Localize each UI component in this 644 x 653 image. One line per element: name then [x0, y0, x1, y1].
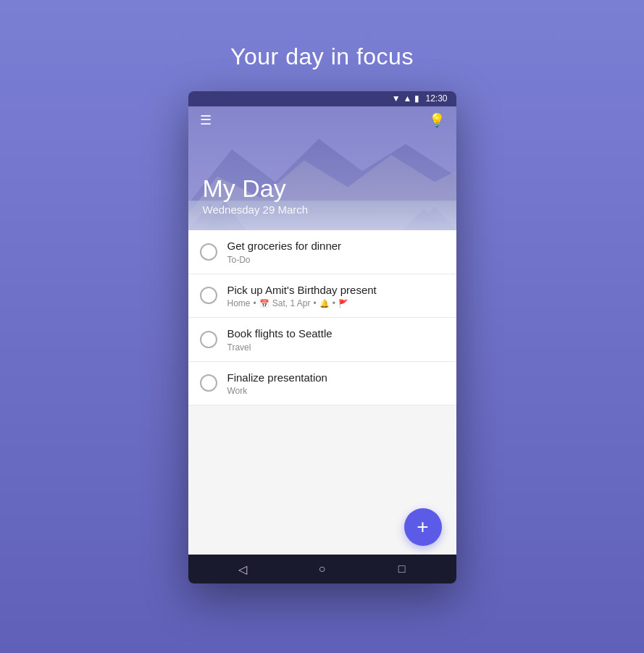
task-content: Book flights to Seattle Travel: [227, 326, 445, 353]
task-title: Pick up Amit's Birthday present: [227, 283, 445, 298]
task-checkbox[interactable]: [200, 243, 217, 261]
dot-separator: •: [254, 298, 256, 308]
task-content: Get groceries for dinner To-Do: [227, 239, 445, 265]
task-category: Travel: [227, 342, 251, 353]
back-button[interactable]: ◁: [228, 555, 257, 584]
wifi-icon: ▼: [392, 93, 401, 104]
status-bar: ▼ ▲ ▮ 12:30: [188, 91, 456, 106]
header-title-area: My Day Wednesday 29 March: [203, 175, 309, 216]
phone-mockup: ▼ ▲ ▮ 12:30: [188, 91, 456, 584]
my-day-title: My Day: [203, 175, 309, 202]
empty-space: [188, 405, 456, 500]
task-date: Sat, 1 Apr: [272, 298, 311, 308]
content-area: Get groceries for dinner To-Do Pick up A…: [188, 230, 456, 555]
fab-row: +: [188, 500, 456, 555]
recents-button[interactable]: □: [388, 555, 417, 584]
lightbulb-icon[interactable]: 💡: [429, 112, 445, 128]
home-button[interactable]: ○: [308, 555, 337, 584]
dot-separator: •: [313, 298, 316, 308]
header-toolbar: ☰ 💡: [188, 106, 456, 134]
task-meta: To-Do: [227, 255, 445, 265]
task-title: Get groceries for dinner: [227, 239, 445, 253]
task-title: Book flights to Seattle: [227, 326, 445, 341]
task-checkbox[interactable]: [200, 331, 217, 348]
task-meta: Home • 📅 Sat, 1 Apr • 🔔 • 🚩: [227, 298, 445, 308]
dot-separator: •: [333, 298, 335, 308]
calendar-icon: 📅: [259, 299, 269, 308]
navigation-bar: ◁ ○ □: [188, 555, 456, 584]
status-icons: ▼ ▲ ▮ 12:30: [392, 93, 448, 104]
task-item[interactable]: Finalize presentation Work: [188, 362, 456, 406]
header-area: ☰ 💡 My Day Wednesday 29 March: [188, 106, 456, 230]
task-category: Home: [227, 298, 251, 308]
add-task-button[interactable]: +: [404, 508, 442, 546]
task-category: Work: [227, 386, 248, 396]
date-subtitle: Wednesday 29 March: [203, 203, 309, 216]
time-display: 12:30: [425, 93, 447, 104]
task-meta: Work: [227, 386, 445, 396]
task-item[interactable]: Pick up Amit's Birthday present Home • 📅…: [188, 274, 456, 319]
task-item[interactable]: Book flights to Seattle Travel: [188, 318, 456, 362]
task-checkbox[interactable]: [200, 287, 217, 304]
task-meta: Travel: [227, 342, 445, 353]
battery-icon: ▮: [414, 93, 419, 104]
task-checkbox[interactable]: [200, 374, 217, 392]
task-content: Pick up Amit's Birthday present Home • 📅…: [227, 283, 445, 309]
signal-icon: ▲: [403, 93, 412, 104]
task-content: Finalize presentation Work: [227, 371, 445, 397]
hamburger-icon[interactable]: ☰: [200, 112, 212, 128]
task-title: Finalize presentation: [227, 371, 445, 385]
task-category: To-Do: [227, 255, 251, 265]
reminder-icon: 🔔: [319, 299, 330, 308]
page-title: Your day in focus: [230, 43, 414, 70]
task-item[interactable]: Get groceries for dinner To-Do: [188, 230, 456, 274]
flag-icon: 🚩: [338, 299, 348, 308]
